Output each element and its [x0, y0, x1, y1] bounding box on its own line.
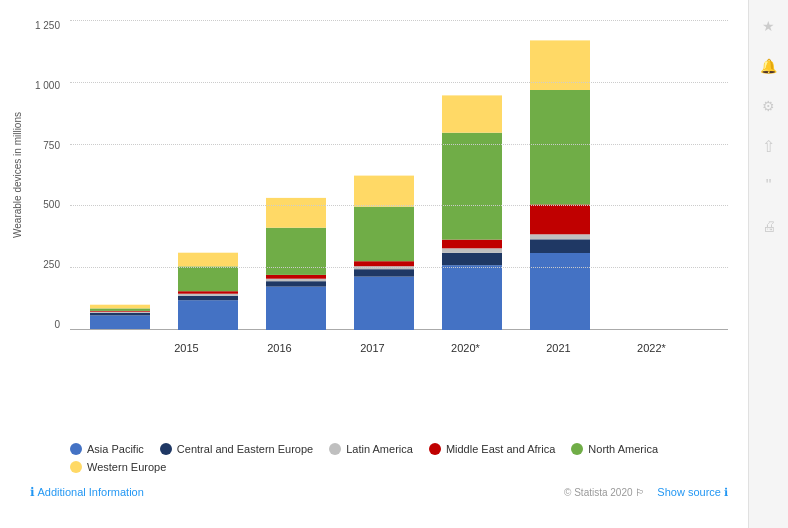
y-label-1000: 1 000 — [20, 80, 65, 91]
legend-dot-na — [571, 443, 583, 455]
legend-dot-latam — [329, 443, 341, 455]
legend-dot-asia-pacific — [70, 443, 82, 455]
x-label-2015: 2015 — [152, 342, 222, 354]
share-icon[interactable]: ⇧ — [758, 135, 780, 157]
legend-cee: Central and Eastern Europe — [160, 443, 313, 455]
grid-line-5 — [70, 267, 728, 268]
grid-line-2 — [70, 82, 728, 83]
notification-icon[interactable]: 🔔 — [758, 55, 780, 77]
chart-wrapper: Wearable devices in millions 0 250 500 7… — [20, 20, 738, 400]
legend-dot-we — [70, 461, 82, 473]
sidebar: ★ 🔔 ⚙ ⇧ " 🖨 — [748, 0, 788, 528]
x-label-2022: 2022* — [617, 342, 687, 354]
y-label-750: 750 — [20, 140, 65, 151]
copyright: © Statista 2020 🏳 — [564, 487, 645, 498]
quote-icon[interactable]: " — [758, 175, 780, 197]
x-labels: 2015 2016 2017 2020* 2021 2022* — [120, 342, 718, 354]
bookmark-icon[interactable]: ★ — [758, 15, 780, 37]
legend-label-latam: Latin America — [346, 443, 413, 455]
legend-dot-cee — [160, 443, 172, 455]
legend-asia-pacific: Asia Pacific — [70, 443, 144, 455]
settings-icon[interactable]: ⚙ — [758, 95, 780, 117]
y-label-0: 0 — [20, 319, 65, 330]
legend-dot-mea — [429, 443, 441, 455]
legend-we: Western Europe — [70, 461, 166, 473]
y-label-500: 500 — [20, 199, 65, 210]
legend-label-mea: Middle East and Africa — [446, 443, 555, 455]
chart-area: Wearable devices in millions 0 250 500 7… — [0, 0, 748, 528]
grid-line-4 — [70, 205, 728, 206]
legend-label-cee: Central and Eastern Europe — [177, 443, 313, 455]
legend-na: North America — [571, 443, 658, 455]
show-source-link[interactable]: Show source ℹ — [657, 486, 728, 499]
legend-label-asia-pacific: Asia Pacific — [87, 443, 144, 455]
x-label-2017: 2017 — [338, 342, 408, 354]
grid-line-1 — [70, 20, 728, 21]
x-label-2021: 2021 — [524, 342, 594, 354]
legend-mea: Middle East and Africa — [429, 443, 555, 455]
print-icon[interactable]: 🖨 — [758, 215, 780, 237]
legend-label-na: North America — [588, 443, 658, 455]
additional-info-link[interactable]: ℹ Additional Information — [30, 485, 144, 499]
legend-latam: Latin America — [329, 443, 413, 455]
y-label-1250: 1 250 — [20, 20, 65, 31]
footer: ℹ Additional Information © Statista 2020… — [20, 477, 738, 503]
grid-lines — [70, 20, 728, 329]
legend-label-we: Western Europe — [87, 461, 166, 473]
x-label-2020: 2020* — [431, 342, 501, 354]
x-label-2016: 2016 — [245, 342, 315, 354]
y-label-250: 250 — [20, 259, 65, 270]
info-icon: ℹ — [30, 485, 35, 499]
y-axis-labels: 0 250 500 750 1 000 1 250 — [20, 20, 65, 330]
legend: Asia Pacific Central and Eastern Europe … — [20, 435, 738, 473]
chart-plot: 2015 2016 2017 2020* 2021 2022* — [70, 20, 728, 330]
grid-line-3 — [70, 144, 728, 145]
